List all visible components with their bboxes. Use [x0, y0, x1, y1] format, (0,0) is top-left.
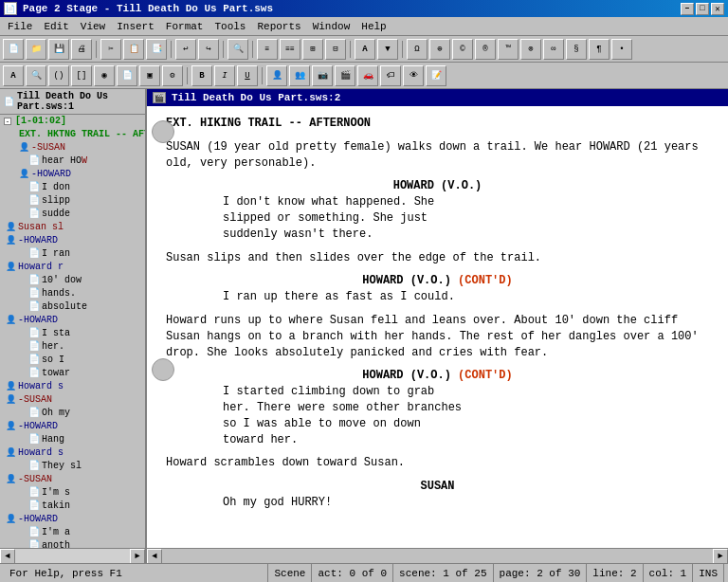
tb2-bold-button[interactable]: B: [191, 65, 212, 86]
menu-edit[interactable]: Edit: [38, 19, 74, 34]
format-4-button[interactable]: ⊟: [325, 39, 346, 60]
tree-action-her[interactable]: 📄her.: [27, 340, 145, 354]
special-9-button[interactable]: ¶: [589, 39, 610, 60]
save-button[interactable]: 💾: [48, 39, 69, 60]
tree-susan-3[interactable]: 👤 -SUSAN: [4, 473, 145, 486]
format-1-button[interactable]: ≡: [257, 39, 278, 60]
tree-howard-3[interactable]: 👤 -HOWARD: [4, 314, 145, 327]
menu-help[interactable]: Help: [355, 19, 391, 34]
char-susan-1: SUSAN: [166, 479, 709, 495]
script-content-area[interactable]: EXT. HIKING TRAIL -- AFTERNOON SUSAN (19…: [147, 106, 728, 548]
scroll-left-btn[interactable]: ◄: [147, 549, 162, 564]
tree-action-absolute[interactable]: 📄absolute: [27, 300, 145, 314]
tb2-bracket-button[interactable]: []: [71, 65, 92, 86]
tb2-special1-button[interactable]: ◉: [94, 65, 115, 86]
close-button[interactable]: ✕: [711, 3, 724, 15]
tree-action-hands[interactable]: 📄hands.: [27, 287, 145, 300]
tb2-film-button[interactable]: 🎬: [335, 65, 355, 86]
tree-howard-s[interactable]: 👤 Howard s: [4, 380, 145, 393]
special-7-button[interactable]: ∞: [543, 39, 564, 60]
restore-button[interactable]: □: [696, 3, 709, 15]
tree-action-idon[interactable]: 📄I don: [27, 181, 145, 194]
tree-action-hang[interactable]: 📄Hang: [27, 433, 145, 446]
undo-button[interactable]: ↩: [175, 39, 196, 60]
menu-insert[interactable]: Insert: [111, 19, 160, 34]
special-2-button[interactable]: ⊕: [429, 39, 450, 60]
tb2-search-button[interactable]: 🔍: [26, 65, 46, 86]
menu-file[interactable]: File: [2, 19, 38, 34]
tb2-paren-button[interactable]: (): [48, 65, 69, 86]
special-5-button[interactable]: ™: [498, 39, 519, 60]
h-scrollbar[interactable]: ◄ ►: [147, 548, 728, 563]
special-8-button[interactable]: §: [566, 39, 587, 60]
scroll-right-btn[interactable]: ►: [713, 549, 728, 564]
print-button[interactable]: 🖨: [71, 39, 92, 60]
tree-action-hear[interactable]: 📄hear HOW: [27, 155, 145, 168]
tree-action-towar[interactable]: 📄towar: [27, 367, 145, 380]
tree-howard-s2[interactable]: 👤 Howard s: [4, 446, 145, 460]
tree-susan-sl[interactable]: 👤 Susan sl: [4, 221, 145, 234]
tree-action-takin[interactable]: 📄takin: [27, 500, 145, 513]
tb2-box-button[interactable]: ▣: [139, 65, 160, 86]
open-button[interactable]: 📁: [26, 39, 46, 60]
tree-action-theysl[interactable]: 📄They sl: [27, 460, 145, 473]
tb2-note-button[interactable]: 📝: [426, 65, 446, 86]
format-3-button[interactable]: ⊞: [302, 39, 323, 60]
special-10-button[interactable]: •: [611, 39, 632, 60]
new-button[interactable]: 📄: [3, 39, 24, 60]
tree-action-ohmy[interactable]: 📄Oh my: [27, 407, 145, 420]
copy-button[interactable]: 📋: [123, 39, 144, 60]
tb2-eye-button[interactable]: 👁: [403, 65, 424, 86]
scroll-left-button[interactable]: ◄: [0, 549, 15, 563]
format-2-button[interactable]: ≡≡: [280, 39, 300, 60]
tb2-cam-button[interactable]: 📷: [312, 65, 333, 86]
minimize-button[interactable]: –: [681, 3, 694, 15]
tree-howard-2[interactable]: 👤 -HOWARD: [4, 234, 145, 247]
tb2-person-button[interactable]: 👤: [266, 65, 287, 86]
tb2-under-button[interactable]: U: [237, 65, 258, 86]
tree-howard-r[interactable]: 👤 Howard r: [4, 261, 145, 274]
tree-susan-2[interactable]: 👤 -SUSAN: [4, 393, 145, 407]
dropdown-button[interactable]: ▼: [377, 39, 398, 60]
tb2-gear-button[interactable]: ⚙: [162, 65, 183, 86]
menu-reports[interactable]: Reports: [251, 19, 306, 34]
tree-action-slipp[interactable]: 📄slipp: [27, 194, 145, 208]
tb2-tag-button[interactable]: 🏷: [380, 65, 401, 86]
tb2-car-button[interactable]: 🚗: [357, 65, 378, 86]
special-1-button[interactable]: Ω: [407, 39, 428, 60]
tree-scene-item[interactable]: - [1-01:02]: [0, 115, 145, 128]
special-4-button[interactable]: ®: [475, 39, 496, 60]
tree-action-ims[interactable]: 📄I'm s: [27, 486, 145, 500]
scroll-right-button[interactable]: ►: [130, 549, 145, 563]
tree-action-sudde[interactable]: 📄sudde: [27, 208, 145, 221]
cut-button[interactable]: ✂: [100, 39, 121, 60]
scene-tree[interactable]: - [1-01:02] EXT. HKTNG TRAIL -- AFTERNOO…: [0, 115, 145, 548]
tree-action-ima[interactable]: 📄I'm a: [27, 526, 145, 539]
left-scrollbar[interactable]: ◄ ►: [0, 548, 145, 563]
menu-format[interactable]: Format: [160, 19, 209, 34]
tree-action-ista[interactable]: 📄I sta: [27, 327, 145, 340]
special-3-button[interactable]: ©: [452, 39, 473, 60]
tb2-italic-button[interactable]: I: [214, 65, 235, 86]
tb2-doc-button[interactable]: 📄: [117, 65, 137, 86]
tree-howard-4[interactable]: 👤 -HOWARD: [4, 420, 145, 433]
scroll-track[interactable]: [15, 549, 130, 563]
menu-view[interactable]: View: [75, 19, 111, 34]
expand-icon[interactable]: -: [4, 118, 11, 125]
menu-window[interactable]: Window: [307, 19, 356, 34]
tree-action-anoth[interactable]: 📄anoth: [27, 539, 145, 548]
tb2-person2-button[interactable]: 👥: [289, 65, 310, 86]
tree-action-soi[interactable]: 📄so I: [27, 354, 145, 367]
tree-howard-1[interactable]: 👤 -HOWARD: [17, 168, 145, 181]
tb2-a-button[interactable]: A: [3, 65, 24, 86]
tree-action-iran[interactable]: 📄I ran: [27, 247, 145, 261]
menu-tools[interactable]: Tools: [209, 19, 251, 34]
tree-susan-1[interactable]: 👤 -SUSAN: [17, 141, 145, 155]
paste-button[interactable]: 📑: [146, 39, 167, 60]
find-button[interactable]: 🔍: [228, 39, 248, 60]
tree-howard-5[interactable]: 👤 -HOWARD: [4, 513, 145, 526]
tree-action-10down[interactable]: 📄10' dow: [27, 274, 145, 287]
redo-button[interactable]: ↪: [198, 39, 219, 60]
special-6-button[interactable]: ⊗: [520, 39, 541, 60]
char-a-button[interactable]: A: [355, 39, 375, 60]
